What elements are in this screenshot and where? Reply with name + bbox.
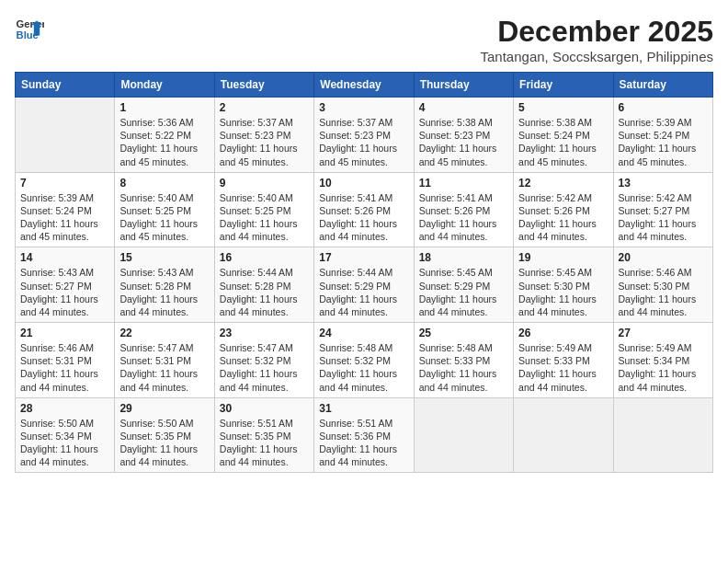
day-number: 2: [220, 101, 309, 114]
day-info: Sunrise: 5:42 AMSunset: 5:27 PMDaylight:…: [619, 191, 708, 244]
calendar-week-5: 28Sunrise: 5:50 AMSunset: 5:34 PMDayligh…: [16, 397, 713, 473]
day-info: Sunrise: 5:37 AMSunset: 5:23 PMDaylight:…: [220, 116, 309, 168]
day-number: 13: [619, 177, 708, 190]
calendar-cell: 1Sunrise: 5:36 AMSunset: 5:22 PMDaylight…: [115, 98, 214, 173]
day-number: 15: [119, 251, 209, 264]
calendar-cell: 13Sunrise: 5:42 AMSunset: 5:27 PMDayligh…: [613, 172, 712, 247]
day-info: Sunrise: 5:40 AMSunset: 5:25 PMDaylight:…: [119, 191, 209, 244]
day-number: 24: [319, 327, 408, 339]
day-info: Sunrise: 5:47 AMSunset: 5:32 PMDaylight:…: [220, 341, 309, 394]
day-number: 8: [119, 177, 209, 190]
day-number: 18: [419, 251, 508, 264]
day-number: 10: [319, 177, 408, 190]
title-block: December 2025 Tantangan, Soccsksargen, P…: [481, 15, 714, 64]
day-info: Sunrise: 5:48 AMSunset: 5:33 PMDaylight:…: [419, 341, 508, 394]
day-info: Sunrise: 5:44 AMSunset: 5:28 PMDaylight:…: [220, 266, 309, 318]
calendar-cell: [414, 397, 513, 473]
day-info: Sunrise: 5:51 AMSunset: 5:36 PMDaylight:…: [319, 417, 408, 469]
calendar-cell: 31Sunrise: 5:51 AMSunset: 5:36 PMDayligh…: [314, 397, 414, 473]
day-number: 5: [518, 101, 608, 114]
location-subtitle: Tantangan, Soccsksargen, Philippines: [481, 49, 714, 64]
calendar-cell: 15Sunrise: 5:43 AMSunset: 5:28 PMDayligh…: [115, 247, 214, 323]
day-number: 11: [419, 177, 508, 190]
day-info: Sunrise: 5:50 AMSunset: 5:34 PMDaylight:…: [20, 417, 109, 469]
calendar-cell: [613, 397, 712, 473]
day-info: Sunrise: 5:49 AMSunset: 5:33 PMDaylight:…: [518, 341, 608, 394]
calendar-cell: 18Sunrise: 5:45 AMSunset: 5:29 PMDayligh…: [414, 247, 513, 323]
calendar-week-2: 7Sunrise: 5:39 AMSunset: 5:24 PMDaylight…: [16, 172, 713, 247]
calendar-cell: 12Sunrise: 5:42 AMSunset: 5:26 PMDayligh…: [514, 172, 613, 247]
calendar-cell: 20Sunrise: 5:46 AMSunset: 5:30 PMDayligh…: [613, 247, 712, 323]
header-row: SundayMondayTuesdayWednesdayThursdayFrid…: [16, 73, 713, 98]
calendar-cell: 7Sunrise: 5:39 AMSunset: 5:24 PMDaylight…: [16, 172, 115, 247]
calendar-cell: 8Sunrise: 5:40 AMSunset: 5:25 PMDaylight…: [115, 172, 214, 247]
calendar-cell: 29Sunrise: 5:50 AMSunset: 5:35 PMDayligh…: [115, 397, 214, 473]
day-number: 19: [518, 251, 608, 264]
header-day-friday: Friday: [514, 73, 613, 98]
day-number: 16: [220, 251, 309, 264]
day-info: Sunrise: 5:46 AMSunset: 5:30 PMDaylight:…: [619, 266, 708, 318]
header-day-thursday: Thursday: [414, 73, 513, 98]
calendar-cell: 19Sunrise: 5:45 AMSunset: 5:30 PMDayligh…: [514, 247, 613, 323]
calendar-cell: 14Sunrise: 5:43 AMSunset: 5:27 PMDayligh…: [16, 247, 115, 323]
calendar-cell: 23Sunrise: 5:47 AMSunset: 5:32 PMDayligh…: [214, 323, 313, 398]
calendar-cell: 21Sunrise: 5:46 AMSunset: 5:31 PMDayligh…: [16, 323, 115, 398]
header-day-wednesday: Wednesday: [314, 73, 414, 98]
day-number: 27: [619, 327, 708, 339]
day-number: 23: [220, 327, 309, 339]
calendar-cell: [16, 98, 115, 173]
header-day-tuesday: Tuesday: [214, 73, 313, 98]
day-info: Sunrise: 5:38 AMSunset: 5:23 PMDaylight:…: [419, 116, 508, 168]
day-number: 14: [20, 251, 109, 264]
calendar-cell: 10Sunrise: 5:41 AMSunset: 5:26 PMDayligh…: [314, 172, 414, 247]
day-info: Sunrise: 5:47 AMSunset: 5:31 PMDaylight:…: [119, 341, 209, 394]
calendar-cell: 30Sunrise: 5:51 AMSunset: 5:35 PMDayligh…: [214, 397, 313, 473]
calendar-cell: 22Sunrise: 5:47 AMSunset: 5:31 PMDayligh…: [115, 323, 214, 398]
day-number: 22: [119, 327, 209, 339]
calendar-header: SundayMondayTuesdayWednesdayThursdayFrid…: [16, 73, 713, 98]
calendar-cell: 9Sunrise: 5:40 AMSunset: 5:25 PMDaylight…: [214, 172, 313, 247]
day-info: Sunrise: 5:45 AMSunset: 5:29 PMDaylight:…: [419, 266, 508, 318]
day-info: Sunrise: 5:49 AMSunset: 5:34 PMDaylight:…: [619, 341, 708, 394]
day-number: 28: [20, 402, 109, 415]
day-info: Sunrise: 5:41 AMSunset: 5:26 PMDaylight:…: [419, 191, 508, 244]
calendar-cell: 6Sunrise: 5:39 AMSunset: 5:24 PMDaylight…: [613, 98, 712, 173]
calendar-cell: 24Sunrise: 5:48 AMSunset: 5:32 PMDayligh…: [314, 323, 414, 398]
day-number: 26: [518, 327, 608, 339]
header-day-sunday: Sunday: [16, 73, 115, 98]
day-info: Sunrise: 5:39 AMSunset: 5:24 PMDaylight:…: [20, 191, 109, 244]
calendar-cell: 4Sunrise: 5:38 AMSunset: 5:23 PMDaylight…: [414, 98, 513, 173]
day-info: Sunrise: 5:48 AMSunset: 5:32 PMDaylight:…: [319, 341, 408, 394]
calendar-cell: 25Sunrise: 5:48 AMSunset: 5:33 PMDayligh…: [414, 323, 513, 398]
day-number: 1: [119, 101, 209, 114]
day-number: 12: [518, 177, 608, 190]
day-number: 6: [619, 101, 708, 114]
calendar-table: SundayMondayTuesdayWednesdayThursdayFrid…: [15, 72, 713, 473]
day-number: 3: [319, 101, 408, 114]
calendar-body: 1Sunrise: 5:36 AMSunset: 5:22 PMDaylight…: [16, 98, 713, 473]
day-info: Sunrise: 5:41 AMSunset: 5:26 PMDaylight:…: [319, 191, 408, 244]
day-info: Sunrise: 5:50 AMSunset: 5:35 PMDaylight:…: [119, 417, 209, 469]
page-header: General Blue December 2025 Tantangan, So…: [15, 15, 713, 64]
calendar-cell: 11Sunrise: 5:41 AMSunset: 5:26 PMDayligh…: [414, 172, 513, 247]
day-info: Sunrise: 5:44 AMSunset: 5:29 PMDaylight:…: [319, 266, 408, 318]
day-number: 17: [319, 251, 408, 264]
day-number: 7: [20, 177, 109, 190]
calendar-week-4: 21Sunrise: 5:46 AMSunset: 5:31 PMDayligh…: [16, 323, 713, 398]
day-number: 9: [220, 177, 309, 190]
calendar-week-1: 1Sunrise: 5:36 AMSunset: 5:22 PMDaylight…: [16, 98, 713, 173]
header-day-saturday: Saturday: [613, 73, 712, 98]
calendar-cell: 27Sunrise: 5:49 AMSunset: 5:34 PMDayligh…: [613, 323, 712, 398]
calendar-cell: 3Sunrise: 5:37 AMSunset: 5:23 PMDaylight…: [314, 98, 414, 173]
day-number: 25: [419, 327, 508, 339]
day-number: 30: [220, 402, 309, 415]
day-info: Sunrise: 5:51 AMSunset: 5:35 PMDaylight:…: [220, 417, 309, 469]
day-info: Sunrise: 5:43 AMSunset: 5:28 PMDaylight:…: [119, 266, 209, 318]
day-info: Sunrise: 5:38 AMSunset: 5:24 PMDaylight:…: [518, 116, 608, 168]
day-number: 31: [319, 402, 408, 415]
calendar-week-3: 14Sunrise: 5:43 AMSunset: 5:27 PMDayligh…: [16, 247, 713, 323]
day-number: 4: [419, 101, 508, 114]
day-number: 20: [619, 251, 708, 264]
day-info: Sunrise: 5:40 AMSunset: 5:25 PMDaylight:…: [220, 191, 309, 244]
calendar-cell: 5Sunrise: 5:38 AMSunset: 5:24 PMDaylight…: [514, 98, 613, 173]
